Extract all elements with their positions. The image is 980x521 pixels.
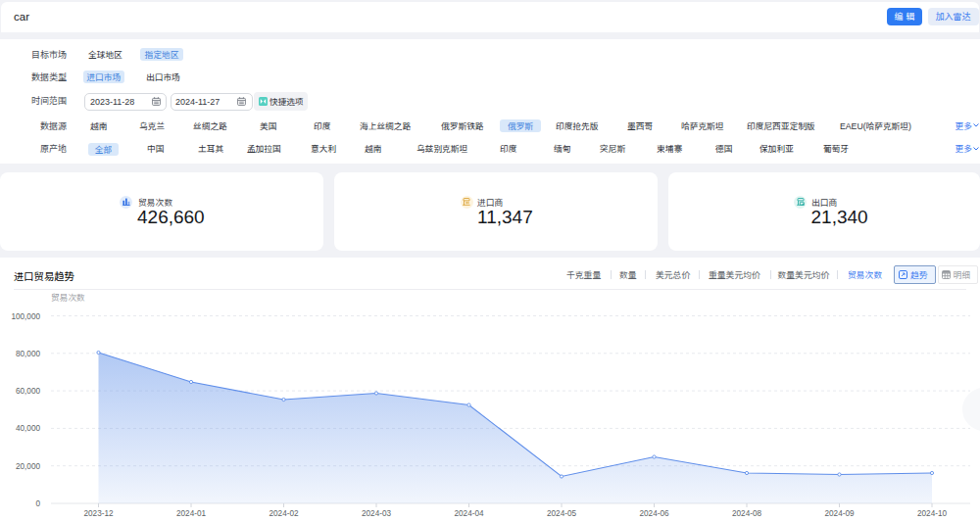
svg-text:2024-04: 2024-04 <box>454 506 483 518</box>
svg-text:0: 0 <box>35 497 40 508</box>
svg-text:贸易次数: 贸易次数 <box>51 291 85 304</box>
svg-text:80,000: 80,000 <box>16 347 40 358</box>
svg-text:60,000: 60,000 <box>16 384 40 396</box>
svg-text:2024-08: 2024-08 <box>732 506 761 518</box>
svg-text:2024-09: 2024-09 <box>824 506 854 518</box>
svg-text:100,000: 100,000 <box>11 309 40 321</box>
svg-text:2024-01: 2024-01 <box>176 506 206 518</box>
svg-text:20,000: 20,000 <box>16 459 40 471</box>
svg-text:2024-03: 2024-03 <box>362 506 391 518</box>
svg-text:2024-06: 2024-06 <box>639 506 668 518</box>
svg-text:2024-02: 2024-02 <box>269 506 298 518</box>
svg-text:40,000: 40,000 <box>16 421 40 433</box>
svg-text:2023-12: 2023-12 <box>83 506 113 518</box>
svg-text:2024-05: 2024-05 <box>547 506 576 518</box>
svg-text:2024-10: 2024-10 <box>917 506 947 518</box>
